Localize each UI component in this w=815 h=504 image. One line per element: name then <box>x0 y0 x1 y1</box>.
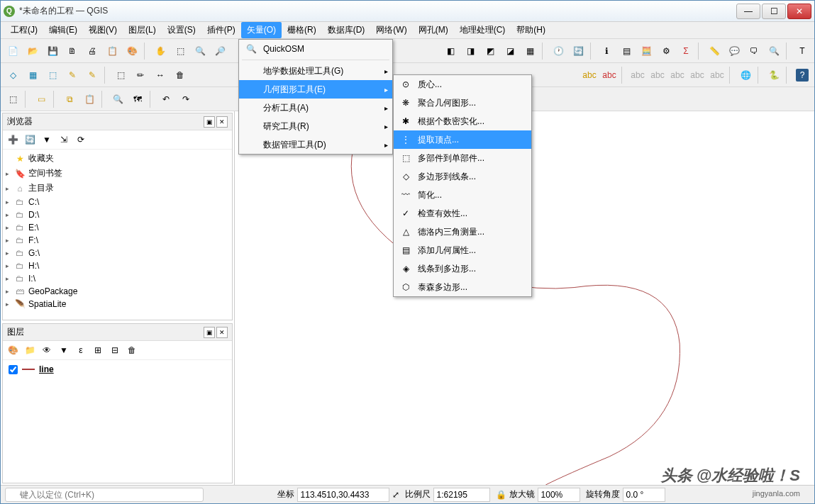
layers-add-group-button[interactable]: 📁 <box>23 343 37 357</box>
text-annotation-button[interactable]: 🔍 <box>765 42 783 60</box>
minimize-button[interactable]: — <box>736 4 760 19</box>
magnifier-field[interactable] <box>538 488 580 502</box>
rotation-field[interactable] <box>623 488 665 502</box>
label2-button[interactable]: abc <box>600 66 619 84</box>
menu-settings[interactable]: 设置(S) <box>162 22 201 38</box>
browser-dock-button[interactable]: ▣ <box>204 116 215 128</box>
browser-item[interactable]: ▸🪶SpatiaLite <box>4 298 231 310</box>
digitize-button[interactable]: ✏ <box>131 66 150 84</box>
menu-layer[interactable]: 图层(L) <box>123 22 162 38</box>
annotation-button[interactable]: 🗨 <box>745 42 763 60</box>
move-feature-button[interactable]: ↔ <box>151 66 170 84</box>
vector-menu-item[interactable]: 数据管理工具(D)▸ <box>239 135 392 154</box>
vertex-tool-button[interactable]: ⬚ <box>111 66 130 84</box>
menu-view[interactable]: 视图(V) <box>83 22 123 38</box>
menu-database[interactable]: 数据库(D) <box>322 22 371 38</box>
label4-button[interactable]: abc <box>648 66 667 84</box>
add-vector-button[interactable]: ◇ <box>4 66 22 84</box>
geometry-menu-item[interactable]: 〰简化... <box>394 186 531 204</box>
open-project-button[interactable]: 📂 <box>23 42 42 60</box>
browser-tree[interactable]: ★收藏夹▸🔖空间书签▸⌂主目录▸🗀C:\▸🗀D:\▸🗀E:\▸🗀F:\▸🗀G:\… <box>3 150 232 320</box>
zoom-out-button[interactable]: 🔎 <box>211 42 229 60</box>
layer-checkbox[interactable] <box>9 365 18 374</box>
vector-menu-item[interactable]: 分析工具(A)▸ <box>239 99 392 117</box>
delete-button[interactable]: 🗑 <box>171 66 189 84</box>
geometry-menu-item[interactable]: ◇多边形到线条... <box>394 167 531 186</box>
browser-item[interactable]: ▸🔖空间书签 <box>4 166 231 181</box>
browser-item[interactable]: ▸🗃GeoPackage <box>4 285 231 298</box>
new-memory-button[interactable]: ▦ <box>521 42 539 60</box>
label-button[interactable]: abc <box>580 66 599 84</box>
extents-icon[interactable]: ⤢ <box>392 490 399 500</box>
menu-project[interactable]: 工程(J) <box>5 22 43 38</box>
field-calc-button[interactable]: 🧮 <box>637 42 655 60</box>
close-button[interactable]: ✕ <box>787 4 811 19</box>
refresh-button[interactable]: 🔄 <box>569 42 587 60</box>
temporal-button[interactable]: 🕐 <box>549 42 567 60</box>
vector-menu-item[interactable]: 研究工具(R)▸ <box>239 117 392 135</box>
layers-expression-button[interactable]: ε <box>74 343 88 357</box>
vector-menu-item[interactable]: 🔍QuickOSM <box>239 40 392 58</box>
geometry-menu-item[interactable]: ⬚多部件到单部件... <box>394 149 531 167</box>
text-button[interactable]: T <box>793 42 811 60</box>
toolbox-button[interactable]: ⚙ <box>657 42 675 60</box>
identify-button[interactable]: ℹ <box>597 42 616 60</box>
pan-button[interactable]: ✋ <box>151 42 170 60</box>
stats-button[interactable]: Σ <box>677 42 695 60</box>
locator-input[interactable] <box>5 488 204 502</box>
browser-item[interactable]: ▸🗀F:\ <box>4 234 231 247</box>
label6-button[interactable]: abc <box>688 66 706 84</box>
select-button[interactable]: ⬚ <box>4 90 22 108</box>
zoom-layer-button[interactable]: 🗺 <box>128 90 147 108</box>
layers-remove-button[interactable]: 🗑 <box>125 343 139 357</box>
layers-collapse-button[interactable]: ⊟ <box>108 343 122 357</box>
help-button[interactable]: ? <box>793 66 811 84</box>
browser-item[interactable]: ★收藏夹 <box>4 151 231 166</box>
zoom-full-button[interactable]: 🔍 <box>109 90 127 108</box>
quickosm-button[interactable]: 🌐 <box>736 66 755 84</box>
menu-mesh[interactable]: 网孔(M) <box>413 22 454 38</box>
menu-edit[interactable]: 编辑(E) <box>43 22 83 38</box>
geometry-menu-item[interactable]: ◈线条到多边形... <box>394 259 531 278</box>
zoom-in-button[interactable]: 🔍 <box>191 42 209 60</box>
lock-icon[interactable]: 🔒 <box>496 490 506 500</box>
copy-features-button[interactable]: ⧉ <box>60 90 79 108</box>
coord-field[interactable] <box>297 488 389 502</box>
browser-item[interactable]: ▸🗀I:\ <box>4 272 231 285</box>
layers-dock-button[interactable]: ▣ <box>204 327 215 338</box>
layers-style-button[interactable]: 🎨 <box>6 343 20 357</box>
add-mesh-button[interactable]: ⬚ <box>43 66 62 84</box>
layer-item[interactable]: line <box>6 363 229 376</box>
geometry-menu-item[interactable]: ✱根据个数密实化... <box>394 112 531 130</box>
geometry-menu-item[interactable]: ⬡泰森多边形... <box>394 278 531 296</box>
deselect-button[interactable]: ▭ <box>32 90 50 108</box>
attributes-button[interactable]: ▤ <box>617 42 636 60</box>
edit-pencil2-button[interactable]: ✎ <box>83 66 101 84</box>
print-layout-button[interactable]: 🖨 <box>83 42 101 60</box>
label7-button[interactable]: abc <box>708 66 726 84</box>
browser-add-button[interactable]: ➕ <box>6 133 20 147</box>
menu-raster[interactable]: 栅格(R) <box>282 22 322 38</box>
add-raster-button[interactable]: ▦ <box>23 66 42 84</box>
maptips-button[interactable]: 💬 <box>725 42 743 60</box>
browser-item[interactable]: ▸🗀D:\ <box>4 208 231 221</box>
geometry-menu-item[interactable]: ⋮提取顶点... <box>394 130 531 149</box>
browser-item[interactable]: ▸🗀E:\ <box>4 221 231 234</box>
geometry-menu-item[interactable]: ⊙质心... <box>394 75 531 94</box>
style-manager-button[interactable]: 🎨 <box>123 42 141 60</box>
geometry-menu-item[interactable]: ✓检查有效性... <box>394 204 531 223</box>
save-as-button[interactable]: 🗎 <box>63 42 82 60</box>
redo-button[interactable]: ↷ <box>177 90 195 108</box>
new-vector-button[interactable]: ◧ <box>441 42 460 60</box>
layers-tree[interactable]: line <box>3 360 232 379</box>
browser-close-button[interactable]: ✕ <box>216 116 228 128</box>
new-spatialite-button[interactable]: ◪ <box>501 42 519 60</box>
menu-processing[interactable]: 地理处理(C) <box>454 22 511 38</box>
browser-refresh-button[interactable]: 🔄 <box>23 133 37 147</box>
vector-menu-item[interactable]: 地学数据处理工具(G)▸ <box>239 62 392 80</box>
layers-visibility-button[interactable]: 👁 <box>40 343 54 357</box>
vector-menu-item[interactable]: 几何图形工具(E)▸ <box>239 80 392 99</box>
layers-filter-button[interactable]: ▼ <box>57 343 71 357</box>
pan-selection-button[interactable]: ⬚ <box>171 42 189 60</box>
geometry-menu-item[interactable]: ▤添加几何属性... <box>394 241 531 259</box>
